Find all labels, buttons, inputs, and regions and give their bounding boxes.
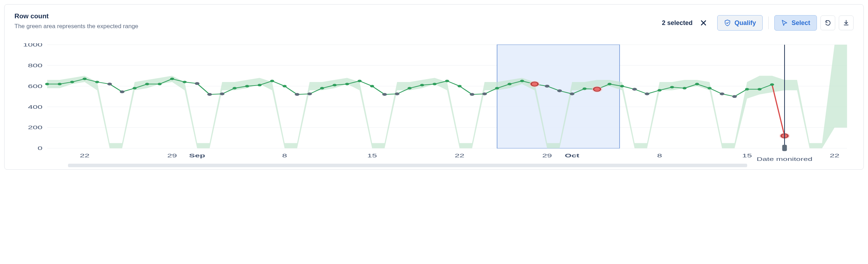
- svg-point-116: [583, 88, 587, 90]
- clear-selection-button[interactable]: [698, 17, 709, 29]
- svg-point-114: [557, 89, 562, 92]
- svg-line-38: [360, 81, 372, 86]
- svg-point-85: [207, 93, 212, 96]
- svg-text:0: 0: [38, 145, 43, 151]
- svg-point-122: [645, 93, 649, 95]
- svg-point-93: [307, 93, 312, 95]
- chart-card: Row count The green area represents the …: [4, 4, 864, 170]
- svg-line-32: [285, 86, 297, 95]
- svg-text:Sep: Sep: [189, 152, 205, 158]
- svg-point-110: [520, 80, 524, 82]
- svg-point-74: [70, 81, 74, 83]
- shield-check-icon: [724, 19, 731, 26]
- svg-point-103: [433, 83, 437, 85]
- svg-point-108: [495, 87, 499, 89]
- svg-text:600: 600: [28, 83, 42, 89]
- svg-point-125: [682, 87, 687, 89]
- chart-plot-area[interactable]: 020040060080010002229Sep8152229Oct81522D…: [15, 43, 853, 162]
- svg-text:8: 8: [657, 152, 662, 158]
- svg-point-109: [508, 83, 512, 85]
- svg-point-127: [707, 87, 712, 89]
- svg-point-113: [545, 85, 549, 88]
- svg-point-88: [245, 85, 249, 87]
- svg-text:400: 400: [28, 104, 42, 110]
- svg-point-83: [182, 81, 187, 83]
- svg-text:8: 8: [282, 152, 287, 158]
- svg-point-121: [632, 88, 637, 91]
- svg-point-77: [107, 83, 112, 86]
- svg-point-76: [95, 81, 99, 83]
- svg-point-102: [420, 84, 424, 86]
- svg-text:29: 29: [167, 152, 177, 158]
- svg-point-73: [58, 83, 62, 85]
- svg-point-80: [145, 83, 149, 85]
- svg-point-123: [658, 89, 662, 92]
- svg-point-98: [370, 85, 374, 87]
- horizontal-scrollbar[interactable]: [68, 164, 747, 167]
- svg-point-90: [270, 80, 274, 82]
- refresh-icon: [824, 19, 831, 26]
- svg-point-128: [720, 93, 724, 95]
- svg-point-78: [120, 90, 124, 93]
- svg-line-71: [772, 84, 785, 136]
- chart-subtitle: The green area represents the expected r…: [14, 23, 662, 30]
- svg-point-124: [670, 86, 674, 88]
- svg-text:22: 22: [455, 152, 465, 158]
- svg-point-129: [732, 95, 737, 98]
- svg-line-31: [272, 81, 284, 86]
- svg-point-105: [458, 85, 462, 87]
- svg-point-112: [531, 82, 538, 86]
- chart-title: Row count: [14, 12, 662, 20]
- scrollbar-thumb[interactable]: [68, 164, 747, 167]
- svg-rect-136: [782, 145, 787, 151]
- svg-point-82: [170, 78, 174, 80]
- svg-text:Oct: Oct: [565, 152, 579, 158]
- svg-point-101: [408, 87, 412, 89]
- svg-point-96: [345, 83, 349, 85]
- qualify-label: Qualify: [734, 19, 756, 27]
- svg-point-130: [745, 88, 749, 90]
- svg-point-87: [232, 87, 237, 89]
- svg-point-132: [770, 83, 774, 86]
- svg-point-91: [283, 85, 287, 87]
- separator: [768, 17, 769, 29]
- refresh-button[interactable]: [820, 15, 835, 30]
- svg-text:15: 15: [367, 152, 377, 158]
- svg-line-39: [372, 86, 384, 95]
- svg-text:29: 29: [542, 152, 552, 158]
- download-icon: [843, 19, 850, 26]
- svg-point-92: [295, 93, 299, 96]
- svg-text:1000: 1000: [23, 43, 43, 48]
- svg-point-99: [382, 93, 387, 96]
- svg-point-81: [157, 83, 162, 85]
- select-label: Select: [792, 19, 810, 27]
- svg-point-118: [594, 87, 601, 92]
- chart-svg: 020040060080010002229Sep8152229Oct81522D…: [15, 43, 853, 162]
- svg-point-100: [395, 93, 399, 95]
- download-button[interactable]: [839, 15, 854, 30]
- svg-text:200: 200: [28, 124, 42, 130]
- svg-line-25: [197, 83, 210, 94]
- svg-point-75: [82, 78, 87, 80]
- svg-point-86: [220, 93, 224, 95]
- svg-text:Date monitored: Date monitored: [757, 157, 812, 162]
- svg-point-106: [470, 93, 475, 96]
- selection-count: 2 selected: [662, 19, 693, 27]
- svg-line-46: [460, 86, 472, 95]
- svg-point-107: [482, 93, 487, 95]
- svg-point-104: [445, 80, 449, 82]
- svg-point-120: [620, 85, 624, 87]
- qualify-button[interactable]: Qualify: [717, 15, 763, 31]
- cursor-icon: [781, 19, 788, 26]
- select-button[interactable]: Select: [774, 15, 817, 31]
- svg-line-18: [110, 84, 122, 92]
- svg-point-84: [195, 82, 199, 85]
- svg-point-72: [45, 83, 49, 85]
- svg-line-45: [447, 81, 459, 86]
- svg-point-97: [358, 80, 362, 82]
- svg-point-119: [608, 83, 612, 85]
- close-icon: [700, 19, 707, 26]
- svg-point-95: [333, 84, 337, 86]
- svg-text:22: 22: [830, 152, 839, 158]
- svg-text:22: 22: [80, 152, 89, 158]
